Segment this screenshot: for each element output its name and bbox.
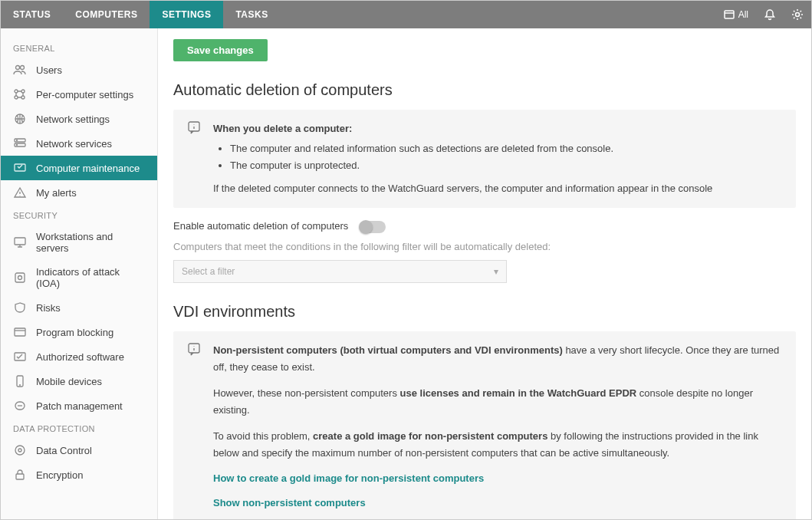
filter-select[interactable]: Select a filter ▾ [173, 260, 507, 283]
sidebar-item-network-settings[interactable]: Network settings [1, 107, 157, 131]
svg-point-3 [21, 66, 25, 70]
main-content: Save changes Automatic deletion of compu… [158, 28, 811, 519]
nodes-icon [13, 88, 27, 100]
topbar: STATUS COMPUTERS SETTINGS TASKS All [1, 1, 811, 28]
group-data-protection: DATA PROTECTION [1, 418, 157, 438]
data-icon [13, 444, 27, 456]
svg-point-6 [15, 96, 18, 99]
section-auto-deletion: Automatic deletion of computers [173, 81, 796, 99]
svg-rect-15 [15, 273, 25, 282]
info-heading: When you delete a computer: [213, 120, 782, 137]
row-enable-auto-delete: Enable automatic deletion of computers [173, 220, 796, 233]
info-icon [187, 120, 202, 197]
sidebar-item-program-blocking[interactable]: Program blocking [1, 320, 157, 344]
globe-icon [13, 113, 27, 125]
info-vdi: Non-persistent computers (both virtual c… [173, 331, 796, 519]
filter-description: Computers that meet the conditions in th… [173, 241, 796, 252]
sidebar-item-authorized-software[interactable]: Authorized software [1, 344, 157, 369]
sidebar: GENERAL Users Per-computer settings Netw… [1, 28, 158, 519]
target-icon [13, 272, 27, 284]
link-show-nonpersistent[interactable]: Show non-persistent computers [213, 495, 782, 512]
sidebar-item-ioa[interactable]: Indicators of attack (IOA) [1, 260, 157, 295]
svg-point-2 [16, 66, 20, 70]
bell-icon[interactable] [756, 1, 784, 28]
tab-status[interactable]: STATUS [1, 1, 63, 28]
sidebar-item-computer-maintenance[interactable]: Computer maintenance [1, 156, 157, 180]
svg-point-21 [15, 446, 25, 455]
tab-settings[interactable]: SETTINGS [150, 1, 223, 28]
server-icon [13, 137, 27, 150]
info-delete-computer: When you delete a computer: The computer… [173, 110, 796, 208]
sidebar-item-per-computer[interactable]: Per-computer settings [1, 82, 157, 107]
sidebar-item-risks[interactable]: Risks [1, 295, 157, 320]
phone-icon [13, 375, 27, 387]
section-vdi: VDI environments [173, 303, 796, 321]
toggle-auto-delete[interactable] [360, 221, 386, 233]
gear-icon[interactable] [784, 1, 811, 28]
group-security: SECURITY [1, 205, 157, 225]
svg-rect-14 [15, 238, 25, 245]
svg-point-16 [18, 276, 22, 280]
svg-point-7 [21, 96, 25, 99]
svg-point-22 [18, 449, 21, 452]
sidebar-item-encryption[interactable]: Encryption [1, 462, 157, 487]
sidebar-item-network-services[interactable]: Network services [1, 131, 157, 156]
filter-all-button[interactable]: All [715, 8, 756, 21]
svg-rect-17 [15, 328, 25, 336]
svg-point-5 [21, 90, 25, 93]
svg-point-4 [15, 90, 18, 93]
svg-rect-0 [725, 11, 734, 18]
users-icon [13, 64, 27, 76]
shield-icon [13, 301, 27, 314]
svg-point-1 [796, 13, 800, 17]
sidebar-item-workstations[interactable]: Workstations and servers [1, 225, 157, 260]
chevron-down-icon: ▾ [494, 266, 498, 277]
block-icon [13, 326, 27, 338]
lock-icon [13, 469, 27, 481]
patch-icon [13, 400, 27, 412]
save-button[interactable]: Save changes [173, 39, 268, 61]
sidebar-item-data-control[interactable]: Data Control [1, 438, 157, 462]
svg-rect-23 [16, 474, 24, 479]
sidebar-item-patch-management[interactable]: Patch management [1, 393, 157, 418]
svg-point-12 [17, 145, 18, 146]
warning-icon [13, 186, 27, 199]
tab-computers[interactable]: COMPUTERS [63, 1, 150, 28]
sidebar-item-my-alerts[interactable]: My alerts [1, 180, 157, 205]
check-icon [13, 351, 27, 363]
sidebar-item-mobile-devices[interactable]: Mobile devices [1, 369, 157, 393]
info-icon [187, 342, 202, 512]
link-gold-image[interactable]: How to create a gold image for non-persi… [213, 470, 782, 487]
group-general: GENERAL [1, 38, 157, 58]
svg-point-11 [17, 140, 18, 141]
maintenance-icon [13, 162, 27, 174]
sidebar-item-users[interactable]: Users [1, 58, 157, 82]
tab-tasks[interactable]: TASKS [223, 1, 280, 28]
monitor-icon [13, 236, 27, 248]
